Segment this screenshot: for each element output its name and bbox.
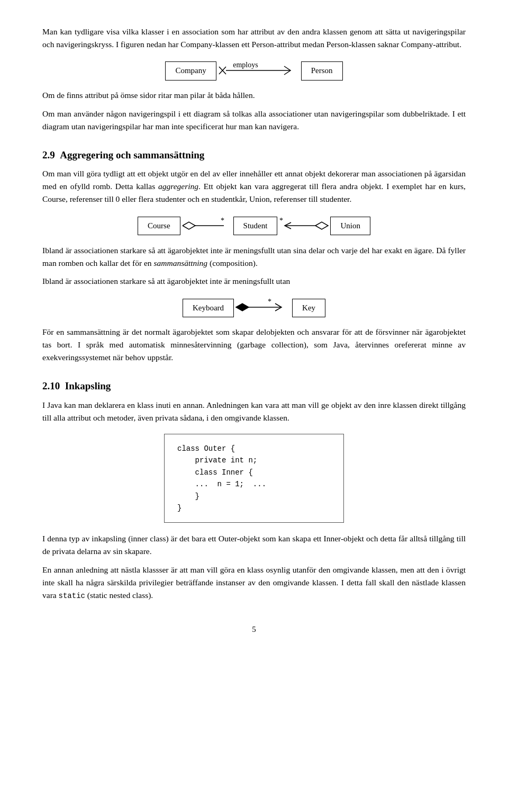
uml-company: Company — [165, 61, 216, 80]
arrow-course-student: * — [180, 216, 233, 237]
paragraph-10: En annan anledning att nästla klassser ä… — [42, 564, 466, 602]
paragraph-6: Ibland är associationen starkare så att … — [42, 275, 466, 288]
code-line-2: private int n; — [177, 454, 331, 466]
sammansattning-em: sammansättning — [153, 258, 207, 267]
code-line-5: } — [177, 490, 331, 502]
arrow-keyboard-key: * — [234, 297, 292, 318]
main-content: Man kan tydligare visa vilka klasser i e… — [42, 25, 466, 636]
code-line-1: class Outer { — [177, 443, 331, 454]
static-code: static — [59, 592, 85, 600]
code-block: class Outer { private int n; class Inner… — [164, 434, 344, 523]
uml-union: Union — [330, 217, 370, 235]
section-210-label: Inkapsling — [65, 380, 111, 391]
svg-marker-8 — [236, 304, 249, 311]
diagram-course-student-union: Course * Student * Uni — [42, 216, 466, 237]
code-line-4: ... n = 1; ... — [177, 478, 331, 490]
diagram-company-person: Company employs Person — [42, 60, 466, 82]
section-29-number: 2.9 — [42, 149, 55, 160]
paragraph-5: Ibland är associationen starkare så att … — [42, 244, 466, 270]
code-line-3: class Inner { — [177, 467, 331, 478]
paragraph-7: För en sammansättning är det normalt äga… — [42, 326, 466, 364]
uml-student: Student — [233, 217, 278, 235]
paragraph-4: Om man vill göra tydligt att ett objekt … — [42, 167, 466, 206]
arrow-employs: employs — [216, 60, 301, 82]
uml-person: Person — [301, 61, 343, 80]
uml-keyboard: Keyboard — [183, 299, 234, 317]
paragraph-1: Man kan tydligare visa vilka klasser i e… — [42, 25, 466, 51]
paragraph-2: Om de finns attribut på ömse sidor ritar… — [42, 89, 466, 102]
uml-key: Key — [292, 299, 325, 317]
svg-text:*: * — [221, 217, 224, 225]
svg-text:employs: employs — [233, 61, 258, 69]
section-210-heading: 2.10Inkapsling — [42, 378, 466, 394]
uml-course: Course — [138, 217, 180, 235]
diagram-keyboard-key: Keyboard * Key — [42, 297, 466, 318]
svg-text:*: * — [268, 298, 271, 306]
section-210-number: 2.10 — [42, 380, 60, 391]
paragraph-8: I Java kan man deklarera en klass inuti … — [42, 399, 466, 424]
paragraph-3: Om man använder någon navigeringspil i e… — [42, 108, 466, 133]
svg-text:*: * — [279, 217, 283, 225]
code-line-6: } — [177, 502, 331, 514]
section-29-label: Aggregering och sammansättning — [60, 149, 204, 160]
aggregering-em: aggregering — [158, 182, 198, 191]
arrow-student-union: * — [277, 216, 330, 237]
section-29-heading: 2.9Aggregering och sammansättning — [42, 147, 466, 163]
page-number: 5 — [42, 623, 466, 636]
paragraph-9: I denna typ av inkapsling (inner class) … — [42, 532, 466, 558]
